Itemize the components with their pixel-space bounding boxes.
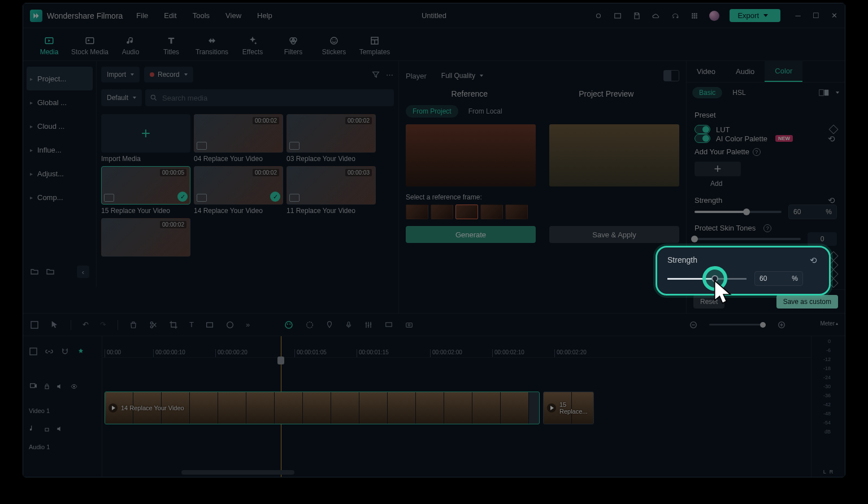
sidebar-item-project[interactable]: Project...	[27, 67, 93, 90]
strength-value-input[interactable]: 60%	[754, 271, 803, 286]
cursor-icon[interactable]	[50, 320, 59, 329]
magnet-icon[interactable]	[60, 347, 70, 356]
color-match-icon[interactable]	[225, 320, 235, 329]
reset-icon[interactable]: ⟲	[828, 134, 837, 143]
collapse-button[interactable]: ‹	[77, 266, 89, 278]
lock-icon[interactable]	[44, 383, 50, 390]
mute-icon[interactable]	[56, 425, 64, 433]
compare-toggle[interactable]	[663, 70, 679, 81]
meter-toggle[interactable]: Meter	[820, 320, 838, 327]
timeline-canvas[interactable]: 00:00 00:00:00:10 00:00:00:20 00:00:01:0…	[102, 336, 811, 477]
tab-templates[interactable]: Templates	[354, 31, 395, 60]
menu-help[interactable]: Help	[257, 11, 272, 20]
sidebar-item-adjust[interactable]: Adjust...	[27, 162, 93, 185]
aspect-icon[interactable]	[205, 320, 214, 329]
save-icon[interactable]	[632, 11, 641, 20]
keyframe-icon[interactable]	[829, 125, 839, 134]
tab-video[interactable]: Video	[687, 61, 726, 82]
minimize-button[interactable]: ─	[794, 11, 802, 20]
close-button[interactable]: ✕	[830, 11, 838, 20]
compare-view-icon[interactable]	[819, 89, 829, 97]
subtab-basic[interactable]: Basic	[692, 87, 722, 98]
add-palette-button[interactable]: +	[695, 162, 741, 176]
auto-ripple-icon[interactable]	[76, 347, 85, 356]
save-apply-button[interactable]: Save & Apply	[549, 226, 679, 243]
speed-icon[interactable]	[305, 320, 314, 329]
folder-icon[interactable]	[46, 267, 55, 276]
menu-tools[interactable]: Tools	[193, 11, 210, 20]
ref-thumb[interactable]	[480, 205, 503, 219]
undo-icon[interactable]: ↶	[83, 320, 89, 329]
filter-icon[interactable]	[371, 70, 380, 79]
menu-view[interactable]: View	[225, 11, 241, 20]
media-thumb[interactable]: 00:00:05✓	[101, 166, 190, 205]
lock-icon[interactable]	[44, 425, 50, 433]
mic-icon[interactable]	[345, 320, 353, 329]
apps-icon[interactable]	[690, 11, 699, 20]
zoom-out-icon[interactable]	[689, 320, 698, 329]
subtab-hsl[interactable]: HSL	[726, 87, 752, 98]
import-dropdown[interactable]: Import	[101, 67, 140, 82]
menu-file[interactable]: File	[136, 11, 148, 20]
ai-palette-toggle[interactable]	[695, 134, 710, 143]
folder-add-icon[interactable]	[30, 267, 39, 276]
record-icon[interactable]	[594, 11, 603, 20]
ai-icon[interactable]	[284, 320, 294, 330]
cloud-icon[interactable]	[652, 11, 661, 20]
lut-toggle[interactable]	[695, 125, 710, 134]
media-thumb[interactable]: 00:00:02	[194, 114, 283, 153]
tab-color[interactable]: Color	[765, 61, 802, 82]
pill-from-project[interactable]: From Project	[406, 105, 458, 118]
zoom-slider[interactable]	[709, 324, 766, 325]
video-clip[interactable]: 14 Replace Your Video	[105, 392, 540, 424]
tab-effects[interactable]: Effects	[232, 31, 273, 60]
tab-audio[interactable]: Audio	[110, 31, 151, 60]
sidebar-item-influence[interactable]: Influe...	[27, 138, 93, 162]
more-tools-icon[interactable]: »	[246, 320, 250, 329]
tab-audio-prop[interactable]: Audio	[726, 61, 765, 82]
video-clip[interactable]: 15 Replace...	[543, 392, 594, 424]
sidebar-item-comp[interactable]: Comp...	[27, 185, 93, 209]
timeline-mode-icon[interactable]	[30, 320, 39, 329]
ref-thumb[interactable]	[406, 205, 428, 219]
protect-skin-slider[interactable]	[695, 238, 801, 240]
sidebar-item-cloud[interactable]: Cloud ...	[27, 114, 93, 138]
workspace-icon[interactable]	[613, 11, 622, 20]
record-dropdown[interactable]: Record	[144, 67, 193, 82]
tab-stock-media[interactable]: Stock Media	[70, 31, 110, 60]
tab-titles[interactable]: Titles	[151, 31, 192, 60]
zoom-in-icon[interactable]	[777, 320, 786, 329]
save-as-custom-button[interactable]: Save as custom	[776, 295, 838, 309]
generate-button[interactable]: Generate	[406, 226, 536, 243]
horizontal-scrollbar[interactable]	[181, 470, 294, 475]
search-input[interactable]: Search media	[145, 89, 394, 106]
eye-icon[interactable]	[70, 383, 79, 390]
link-icon[interactable]	[45, 347, 54, 356]
marker-icon[interactable]	[326, 320, 333, 329]
media-thumb[interactable]: 00:00:03	[287, 166, 376, 205]
more-icon[interactable]: ⋯	[385, 70, 394, 79]
protect-skin-value[interactable]: 0	[808, 232, 837, 246]
snapshot-icon[interactable]	[405, 321, 414, 329]
delete-icon[interactable]	[129, 320, 137, 329]
ref-thumb[interactable]	[455, 205, 478, 219]
tab-transitions[interactable]: Transitions	[192, 31, 232, 60]
ref-thumb[interactable]	[431, 205, 453, 219]
media-thumb[interactable]: 00:00:02✓	[194, 166, 283, 205]
tab-media[interactable]: Media	[29, 31, 70, 60]
help-icon[interactable]: ?	[763, 224, 771, 232]
tab-stickers[interactable]: Stickers	[314, 31, 354, 60]
pill-from-local[interactable]: From Local	[462, 105, 509, 118]
user-avatar[interactable]	[709, 11, 719, 21]
mute-icon[interactable]	[56, 383, 64, 390]
timeline-layout-icon[interactable]	[29, 347, 38, 356]
maximize-button[interactable]: ☐	[812, 11, 820, 20]
quality-dropdown[interactable]: Full Quality	[436, 69, 489, 82]
strength-slider-bg[interactable]	[695, 211, 782, 213]
panel-more-dropdown[interactable]	[835, 92, 839, 94]
export-button[interactable]: Export	[730, 9, 780, 22]
ref-thumb[interactable]	[505, 205, 528, 219]
split-icon[interactable]	[149, 320, 158, 329]
media-thumb[interactable]: 00:00:02	[101, 218, 190, 257]
tab-filters[interactable]: Filters	[273, 31, 314, 60]
